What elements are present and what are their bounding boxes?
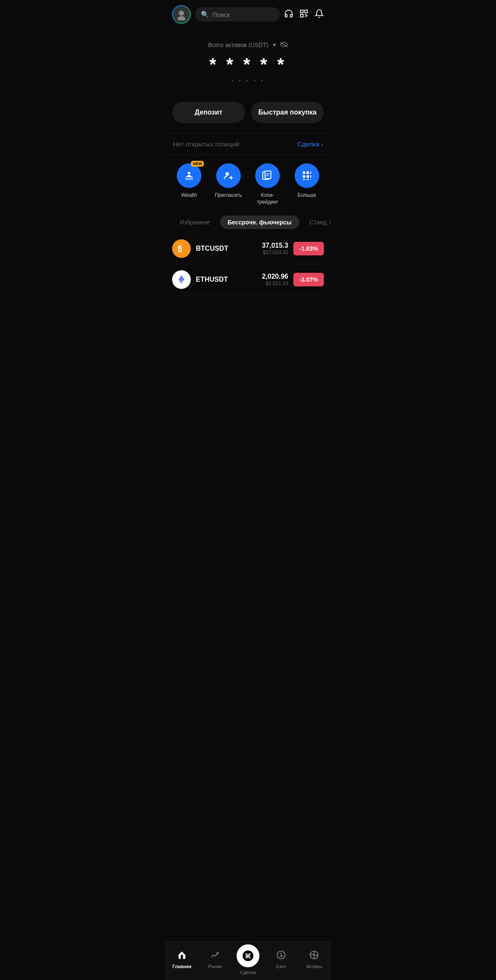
assets-label: Всего активов (USDT) ▼	[174, 42, 322, 48]
search-icon: 🔍	[201, 11, 209, 18]
svg-point-7	[226, 172, 229, 176]
tabs-row: Избранное Бессрочн. фьючерсы Станд. фь…	[165, 210, 331, 233]
copy-trading-label: Копи-трейдинг	[257, 192, 278, 205]
headset-icon[interactable]	[284, 9, 293, 20]
table-row[interactable]: ETHUSDT 2,020.96 $2,021.43 -3.07%	[172, 264, 324, 295]
svg-rect-3	[305, 10, 307, 12]
btc-symbol: BTCUSDT	[196, 245, 257, 252]
svg-rect-17	[307, 179, 309, 180]
svg-rect-12	[310, 171, 311, 174]
quick-item-copy-trading[interactable]: Копи-трейдинг	[248, 163, 287, 205]
btc-change: -1.83%	[293, 242, 324, 255]
header-icons	[284, 9, 324, 20]
quick-buy-button[interactable]: Быстрая покупка	[251, 102, 324, 123]
assets-sub: * * * * *	[174, 78, 322, 85]
quick-menu: NEW Wealth Пригласить	[165, 155, 331, 210]
tab-favorites[interactable]: Избранное	[172, 216, 217, 229]
svg-rect-2	[301, 10, 303, 12]
scan-icon[interactable]	[299, 9, 309, 20]
wealth-label: Wealth	[181, 192, 197, 199]
eth-change: -3.07%	[293, 273, 324, 286]
svg-point-1	[178, 16, 185, 20]
svg-rect-18	[310, 179, 311, 180]
search-placeholder: Поиск	[212, 11, 230, 18]
invite-label: Пригласить	[215, 192, 242, 199]
tab-perpetual[interactable]: Бессрочн. фьючерсы	[220, 216, 299, 229]
eth-icon	[172, 270, 191, 289]
wealth-icon-wrap: NEW	[177, 163, 201, 188]
eth-symbol: ETHUSDT	[196, 276, 257, 283]
avatar[interactable]	[172, 5, 191, 24]
svg-rect-10	[303, 171, 305, 174]
btc-price-sub: $37,024.02	[262, 249, 288, 255]
eth-prices: 2,020.96 $2,021.43	[262, 273, 288, 286]
btc-prices: 37,015.3 $37,024.02	[262, 242, 288, 255]
deposit-button[interactable]: Депозит	[172, 102, 245, 123]
coin-list: ₿ BTCUSDT 37,015.3 $37,024.02 -1.83% ETH…	[165, 233, 331, 295]
assets-amount: * * * * *	[174, 54, 322, 75]
tab-standard[interactable]: Станд. фь…	[302, 216, 331, 229]
assets-section: Всего активов (USDT) ▼ * * * * * * * * *…	[165, 29, 331, 93]
quick-item-invite[interactable]: Пригласить	[209, 163, 248, 205]
svg-rect-9	[265, 171, 271, 179]
new-badge: NEW	[191, 161, 204, 167]
positions-label: Нет открытых позиций	[173, 140, 240, 148]
more-label: Больше	[298, 192, 316, 199]
more-icon-wrap	[295, 163, 319, 188]
svg-rect-11	[307, 171, 309, 174]
invite-icon-wrap	[216, 163, 241, 188]
chevron-down-icon[interactable]: ▼	[272, 42, 277, 48]
svg-text:₿: ₿	[178, 245, 182, 253]
positions-bar: Нет открытых позиций Сделка ›	[165, 133, 331, 155]
svg-rect-15	[310, 175, 311, 178]
eth-price-main: 2,020.96	[262, 273, 288, 280]
bell-icon[interactable]	[315, 9, 324, 20]
quick-item-wealth[interactable]: NEW Wealth	[170, 163, 209, 205]
search-bar[interactable]: 🔍 Поиск	[195, 7, 280, 22]
svg-rect-13	[303, 175, 305, 178]
svg-point-0	[179, 11, 184, 16]
svg-rect-14	[307, 175, 309, 178]
svg-point-6	[188, 172, 190, 174]
btc-icon: ₿	[172, 239, 191, 258]
hide-icon[interactable]	[280, 42, 288, 48]
svg-rect-16	[303, 179, 305, 180]
quick-item-more[interactable]: Больше	[287, 163, 327, 205]
app-header: 🔍 Поиск	[165, 0, 331, 29]
svg-rect-4	[301, 14, 303, 17]
btc-price-main: 37,015.3	[262, 242, 288, 249]
chevron-right-icon: ›	[321, 140, 323, 148]
table-row[interactable]: ₿ BTCUSDT 37,015.3 $37,024.02 -1.83%	[172, 233, 324, 264]
action-buttons: Депозит Быстрая покупка	[165, 93, 331, 133]
trade-link[interactable]: Сделка ›	[298, 140, 323, 148]
copy-trading-icon-wrap	[255, 163, 280, 188]
eth-price-sub: $2,021.43	[262, 280, 288, 286]
